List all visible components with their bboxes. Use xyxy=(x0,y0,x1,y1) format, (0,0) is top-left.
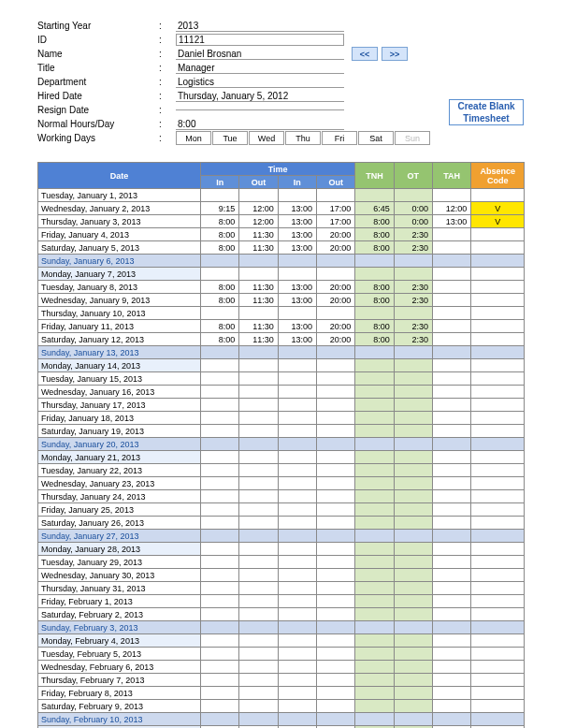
cell-out2[interactable] xyxy=(317,556,355,569)
cell-out1[interactable]: 12:00 xyxy=(239,215,278,228)
cell-out1[interactable]: 11:30 xyxy=(239,294,278,307)
cell-in2[interactable] xyxy=(278,621,316,634)
cell-in2[interactable] xyxy=(278,503,316,517)
cell-absence[interactable] xyxy=(471,608,525,621)
cell-in2[interactable] xyxy=(278,490,316,503)
cell-in1[interactable] xyxy=(201,687,239,700)
cell-out2[interactable] xyxy=(317,582,355,595)
day-cell-sat[interactable]: Sat xyxy=(358,131,394,145)
cell-out2[interactable] xyxy=(317,517,355,530)
cell-absence[interactable] xyxy=(471,687,525,700)
cell-in2[interactable] xyxy=(278,530,316,543)
day-cell-thu[interactable]: Thu xyxy=(285,131,321,145)
cell-out2[interactable] xyxy=(317,490,355,503)
cell-out2[interactable] xyxy=(317,438,355,451)
cell-out2[interactable] xyxy=(317,503,355,517)
cell-in1[interactable] xyxy=(201,477,239,490)
cell-out1[interactable]: 12:00 xyxy=(239,202,278,215)
cell-out2[interactable]: 20:00 xyxy=(317,320,355,333)
cell-in1[interactable] xyxy=(201,530,239,543)
cell-absence[interactable] xyxy=(471,464,525,477)
cell-out2[interactable]: 20:00 xyxy=(317,333,355,346)
cell-in1[interactable] xyxy=(201,399,239,412)
cell-in2[interactable]: 13:00 xyxy=(278,215,316,228)
cell-out2[interactable] xyxy=(317,713,355,726)
day-cell-mon[interactable]: Mon xyxy=(176,131,211,145)
cell-in2[interactable]: 13:00 xyxy=(278,320,316,333)
cell-in2[interactable] xyxy=(278,648,316,661)
cell-out1[interactable] xyxy=(239,464,278,477)
cell-absence[interactable] xyxy=(471,713,525,726)
value-normal-hours[interactable]: 8:00 xyxy=(176,119,344,130)
value-starting-year[interactable]: 2013 xyxy=(176,21,344,32)
cell-out1[interactable] xyxy=(239,569,278,582)
cell-out1[interactable] xyxy=(239,346,278,359)
cell-out2[interactable]: 20:00 xyxy=(317,294,355,307)
cell-out1[interactable]: 11:30 xyxy=(239,281,278,294)
cell-in2[interactable] xyxy=(278,346,316,359)
cell-absence[interactable] xyxy=(471,451,525,464)
cell-in1[interactable] xyxy=(201,346,239,359)
cell-in1[interactable] xyxy=(201,386,239,399)
cell-absence[interactable] xyxy=(471,320,525,333)
cell-in1[interactable]: 9:15 xyxy=(201,202,239,215)
cell-in1[interactable] xyxy=(201,661,239,674)
cell-in1[interactable] xyxy=(201,451,239,464)
cell-in2[interactable] xyxy=(278,634,316,648)
cell-in1[interactable]: 8:00 xyxy=(201,281,239,294)
cell-out1[interactable] xyxy=(239,189,278,202)
cell-out2[interactable] xyxy=(317,661,355,674)
cell-in2[interactable] xyxy=(278,425,316,438)
cell-absence[interactable] xyxy=(471,412,525,425)
cell-out2[interactable] xyxy=(317,255,355,268)
cell-in1[interactable] xyxy=(201,700,239,713)
cell-in2[interactable] xyxy=(278,700,316,713)
cell-in1[interactable] xyxy=(201,307,239,320)
cell-in1[interactable] xyxy=(201,503,239,517)
cell-in2[interactable] xyxy=(278,477,316,490)
cell-out1[interactable] xyxy=(239,268,278,281)
cell-in2[interactable] xyxy=(278,372,316,386)
cell-out2[interactable] xyxy=(317,648,355,661)
cell-in1[interactable]: 8:00 xyxy=(201,333,239,346)
cell-in2[interactable] xyxy=(278,412,316,425)
cell-in1[interactable] xyxy=(201,464,239,477)
cell-in2[interactable] xyxy=(278,582,316,595)
cell-out1[interactable] xyxy=(239,634,278,648)
cell-in1[interactable] xyxy=(201,372,239,386)
cell-in1[interactable] xyxy=(201,582,239,595)
cell-in1[interactable] xyxy=(201,608,239,621)
cell-out2[interactable] xyxy=(317,543,355,556)
cell-in2[interactable]: 13:00 xyxy=(278,281,316,294)
prev-button[interactable]: << xyxy=(352,47,378,61)
cell-in2[interactable] xyxy=(278,556,316,569)
cell-out1[interactable] xyxy=(239,648,278,661)
cell-absence[interactable] xyxy=(471,359,525,372)
value-id[interactable]: 11121 xyxy=(176,34,344,46)
cell-in2[interactable] xyxy=(278,569,316,582)
cell-in1[interactable] xyxy=(201,359,239,372)
cell-in2[interactable] xyxy=(278,674,316,687)
cell-in1[interactable] xyxy=(201,621,239,634)
cell-absence[interactable]: V xyxy=(471,215,525,228)
cell-out1[interactable] xyxy=(239,582,278,595)
cell-out2[interactable] xyxy=(317,621,355,634)
cell-in2[interactable] xyxy=(278,359,316,372)
cell-out1[interactable]: 11:30 xyxy=(239,333,278,346)
cell-absence[interactable] xyxy=(471,294,525,307)
cell-out2[interactable] xyxy=(317,595,355,608)
cell-out2[interactable] xyxy=(317,700,355,713)
cell-out2[interactable] xyxy=(317,634,355,648)
cell-absence[interactable] xyxy=(471,255,525,268)
value-title[interactable]: Manager xyxy=(176,63,344,74)
cell-out1[interactable] xyxy=(239,621,278,634)
cell-in1[interactable] xyxy=(201,674,239,687)
cell-out2[interactable] xyxy=(317,569,355,582)
cell-absence[interactable] xyxy=(471,661,525,674)
cell-absence[interactable] xyxy=(471,425,525,438)
cell-absence[interactable] xyxy=(471,399,525,412)
cell-in2[interactable] xyxy=(278,464,316,477)
cell-out1[interactable] xyxy=(239,490,278,503)
cell-out1[interactable] xyxy=(239,451,278,464)
cell-absence[interactable] xyxy=(471,268,525,281)
